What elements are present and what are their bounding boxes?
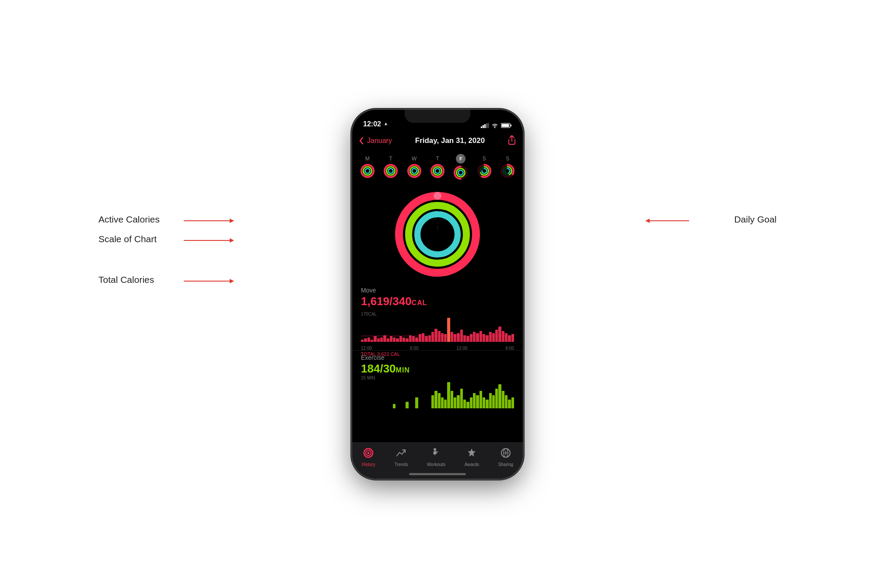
move-bar: [374, 336, 376, 342]
tab-trends[interactable]: Trends: [395, 447, 408, 467]
exercise-bar: [486, 400, 488, 408]
exercise-bar: [406, 402, 408, 408]
move-bar: [473, 332, 476, 342]
exercise-bar: [502, 391, 504, 408]
move-bar: [489, 332, 492, 342]
exercise-bar: [511, 397, 514, 408]
svg-rect-8: [481, 126, 482, 128]
header-date: Friday, Jan 31, 2020: [415, 136, 485, 145]
day-tuesday[interactable]: T: [383, 156, 398, 178]
total-calories-annotation: Total Calories: [98, 275, 154, 285]
back-button[interactable]: January: [359, 137, 392, 145]
move-bar: [364, 338, 367, 342]
sharing-label: Sharing: [498, 462, 513, 467]
move-bar: [422, 333, 424, 342]
chart-times: 12:00 6:00 12:00 6:00: [361, 346, 514, 351]
scrollable-content: → →→ ↑ Move 1,619/340CAL: [352, 182, 523, 479]
tab-awards[interactable]: Awards: [465, 447, 479, 467]
svg-text:→: →: [434, 206, 441, 215]
back-label: January: [367, 137, 392, 145]
move-bar: [502, 331, 504, 342]
move-bar: [402, 337, 405, 342]
move-bar: [390, 336, 392, 342]
tab-history[interactable]: History: [362, 447, 375, 467]
move-bar: [466, 336, 469, 342]
exercise-bar: [460, 389, 463, 408]
exercise-value: 184/30MIN: [361, 362, 514, 376]
move-bar: [406, 338, 408, 342]
exercise-bar: [466, 402, 469, 408]
exercise-bar: [476, 395, 479, 408]
exercise-bar: [451, 391, 453, 408]
tab-sharing[interactable]: Sharing: [498, 447, 513, 467]
move-bar: [380, 337, 383, 342]
mini-ring-friday: [453, 165, 468, 180]
total-cal-label: TOTAL 3,622 CAL: [361, 351, 514, 357]
day-friday[interactable]: F: [453, 154, 468, 180]
svg-rect-15: [502, 124, 509, 127]
move-bar: [434, 329, 437, 342]
week-row: M T: [352, 151, 523, 182]
move-label: Move: [361, 287, 514, 294]
svg-marker-72: [468, 449, 476, 456]
day-wednesday[interactable]: W: [407, 156, 422, 178]
move-bar: [480, 331, 482, 342]
page-wrapper: Active Calories Scale of Chart Total Cal…: [0, 0, 875, 588]
active-calories-annotation: Active Calories: [98, 214, 160, 225]
move-bar: [383, 335, 386, 342]
day-monday[interactable]: M: [360, 156, 375, 178]
svg-marker-5: [230, 279, 234, 283]
svg-text:→→: →→: [430, 215, 445, 224]
svg-point-71: [434, 448, 436, 451]
exercise-bar: [505, 395, 508, 408]
svg-point-21: [365, 168, 370, 173]
exercise-section: Exercise 184/30MIN 15 MIN: [352, 350, 523, 410]
app-header: January Friday, Jan 31, 2020: [352, 132, 523, 151]
exercise-bar: [444, 400, 447, 408]
day-sunday[interactable]: S: [500, 156, 515, 178]
history-icon: [363, 447, 374, 460]
svg-rect-10: [484, 124, 486, 128]
history-label: History: [362, 462, 375, 467]
move-chart-bars: [361, 318, 514, 342]
move-unit: CAL: [412, 299, 427, 306]
exercise-bar: [454, 397, 456, 408]
move-bar: [431, 332, 434, 342]
share-button[interactable]: [508, 135, 516, 147]
day-thursday[interactable]: T: [430, 156, 445, 178]
svg-rect-11: [486, 123, 487, 128]
home-indicator: [409, 473, 466, 475]
svg-marker-1: [230, 219, 234, 223]
move-bar: [412, 336, 415, 342]
status-time: 12:02: [363, 120, 388, 128]
exercise-bar: [393, 404, 396, 408]
move-bar: [368, 337, 370, 342]
exercise-bar: [508, 400, 511, 408]
svg-point-70: [368, 452, 370, 454]
svg-marker-3: [230, 238, 234, 243]
move-bar: [396, 338, 399, 342]
svg-rect-14: [511, 124, 511, 126]
workouts-label: Workouts: [427, 462, 445, 467]
battery-icon: [501, 123, 512, 128]
awards-label: Awards: [465, 462, 479, 467]
svg-point-45: [458, 170, 463, 175]
move-bar: [377, 338, 380, 342]
exercise-bar: [415, 397, 418, 408]
mini-ring-thursday: [430, 164, 445, 178]
mini-ring-saturday: [477, 164, 492, 178]
screen-content: 12:02: [352, 110, 523, 479]
svg-rect-12: [488, 123, 489, 128]
svg-point-33: [412, 168, 416, 173]
exercise-bar: [431, 395, 434, 408]
activity-rings: → →→ ↑: [394, 191, 481, 278]
move-bar: [415, 337, 418, 342]
sharing-icon: [500, 447, 511, 460]
move-bar: [457, 333, 459, 342]
move-bar: [447, 318, 450, 342]
tab-workouts[interactable]: Workouts: [427, 447, 445, 467]
time-display: 12:02: [363, 120, 381, 128]
exercise-bar: [438, 393, 441, 408]
day-saturday[interactable]: S: [477, 156, 492, 178]
move-bar: [371, 340, 373, 342]
